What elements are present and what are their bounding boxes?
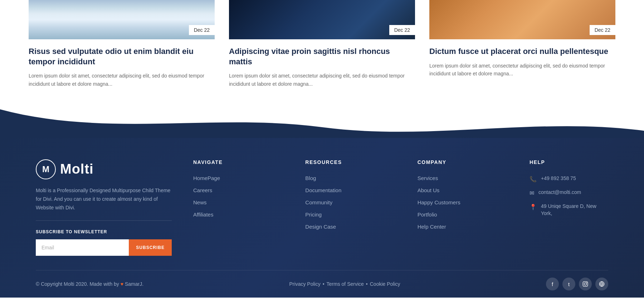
nav-affiliates[interactable]: Affiliates [193,211,213,218]
brand-logo: M Molti [36,159,172,179]
email-icon: ✉ [530,190,534,196]
company-title: COMPANY [418,159,515,165]
brand-description: Molti is a Professionally Designed Multi… [36,186,172,221]
blog-card: Dec 22 Risus sed vulputate odio ut enim … [29,0,215,88]
list-item: Portfolio [418,211,515,218]
help-phone: +49 892 358 75 [541,175,576,182]
separator: • [366,281,368,287]
resources-title: RESOURCES [305,159,403,165]
res-community[interactable]: Community [305,199,332,205]
blog-card: Dec 22 Adipiscing vitae proin sagittis n… [229,0,415,88]
card-excerpt: Lorem ipsum dolor sit amet, consectetur … [429,62,615,78]
wave-divider [0,109,644,138]
nav-news[interactable]: News [193,199,207,205]
footer-nav-columns: NAVIGATE HomePage Careers News Affiliate… [193,159,608,256]
heart-icon: ♥ [121,281,123,287]
phone-icon: 📞 [530,176,537,183]
footer-bottom: © Copyright Molti 2020. Made with by ♥ S… [36,270,608,298]
footer-col-navigate: NAVIGATE HomePage Careers News Affiliate… [193,159,291,256]
comp-portfolio[interactable]: Portfolio [418,211,437,218]
copyright-text: © Copyright Molti 2020. Made with by ♥ S… [36,281,143,287]
list-item: Happy Customers [418,199,515,206]
list-item: Blog [305,175,403,181]
card-image: Dec 22 [29,0,215,39]
list-item: Community [305,199,403,206]
list-item: Careers [193,187,291,194]
comp-help-center[interactable]: Help Center [418,224,446,230]
social-icons: f t [546,278,608,290]
svg-point-2 [586,283,587,283]
comp-services[interactable]: Services [418,175,438,181]
list-item: Pricing [305,211,403,218]
res-design-case[interactable]: Design Case [305,224,336,230]
company-list: Services About Us Happy Customers Portfo… [418,175,515,230]
blog-card: Dec 22 Dictum fusce ut placerat orci nul… [429,0,615,88]
card-excerpt: Lorem ipsum dolor sit amet, consectetur … [29,72,215,88]
help-title: HELP [530,159,608,165]
logo-icon: M [36,159,56,179]
footer: M Molti Molti is a Professionally Design… [0,138,644,298]
res-documentation[interactable]: Documentation [305,187,341,193]
date-badge: Dec 22 [189,25,215,35]
footer-col-resources: RESOURCES Blog Documentation Community P… [305,159,403,256]
nav-homepage[interactable]: HomePage [193,175,220,181]
card-title: Adipiscing vitae proin sagittis nisl rho… [229,46,415,67]
blog-cards-section: Dec 22 Risus sed vulputate odio ut enim … [0,0,644,109]
list-item: Design Case [305,224,403,230]
navigate-title: NAVIGATE [193,159,291,165]
help-email: contact@molti.com [538,189,581,196]
card-image: Dec 22 [229,0,415,39]
footer-col-help: HELP 📞 +49 892 358 75 ✉ contact@molti.co… [530,159,608,256]
instagram-icon[interactable] [579,278,592,290]
footer-main: M Molti Molti is a Professionally Design… [36,159,608,270]
comp-customers[interactable]: Happy Customers [418,199,460,205]
card-title: Dictum fusce ut placerat orci nulla pell… [429,46,615,57]
res-blog[interactable]: Blog [305,175,316,181]
nav-careers[interactable]: Careers [193,187,212,193]
newsletter-label: SUBSCRIBE TO NEWSLETTER [36,229,172,234]
date-badge: Dec 22 [389,25,415,35]
list-item: HomePage [193,175,291,181]
cookie-policy-link[interactable]: Cookie Policy [370,281,400,287]
help-address-item: 📍 49 Uniqe Square D, New York, [530,203,608,217]
date-badge: Dec 22 [590,25,615,35]
card-image: Dec 22 [429,0,615,39]
comp-about[interactable]: About Us [418,187,440,193]
help-phone-item: 📞 +49 892 358 75 [530,175,608,183]
res-pricing[interactable]: Pricing [305,211,322,218]
help-email-item: ✉ contact@molti.com [530,189,608,196]
list-item: Documentation [305,187,403,194]
svg-rect-0 [583,282,587,286]
twitter-icon[interactable]: t [562,278,575,290]
list-item: About Us [418,187,515,194]
email-input[interactable] [36,239,129,256]
list-item: News [193,199,291,206]
card-excerpt: Lorem ipsum dolor sit amet, consectetur … [229,72,415,88]
footer-policy-links: Privacy Policy • Terms of Service • Cook… [289,281,400,287]
terms-link[interactable]: Terms of Service [327,281,364,287]
location-icon: 📍 [530,204,537,210]
help-address: 49 Uniqe Square D, New York, [541,203,608,217]
newsletter-form: SUBSCRIBE [36,239,172,256]
resources-list: Blog Documentation Community Pricing Des… [305,175,403,230]
list-item: Services [418,175,515,181]
web-icon[interactable] [595,278,608,290]
subscribe-button[interactable]: SUBSCRIBE [129,239,172,256]
facebook-icon[interactable]: f [546,278,559,290]
footer-brand: M Molti Molti is a Professionally Design… [36,159,172,256]
privacy-policy-link[interactable]: Privacy Policy [289,281,321,287]
navigate-list: HomePage Careers News Affiliates [193,175,291,218]
card-title: Risus sed vulputate odio ut enim blandit… [29,46,215,67]
list-item: Help Center [418,224,515,230]
svg-point-1 [584,283,587,285]
brand-name: Molti [60,161,94,177]
separator: • [323,281,325,287]
footer-col-company: COMPANY Services About Us Happy Customer… [418,159,515,256]
list-item: Affiliates [193,211,291,218]
